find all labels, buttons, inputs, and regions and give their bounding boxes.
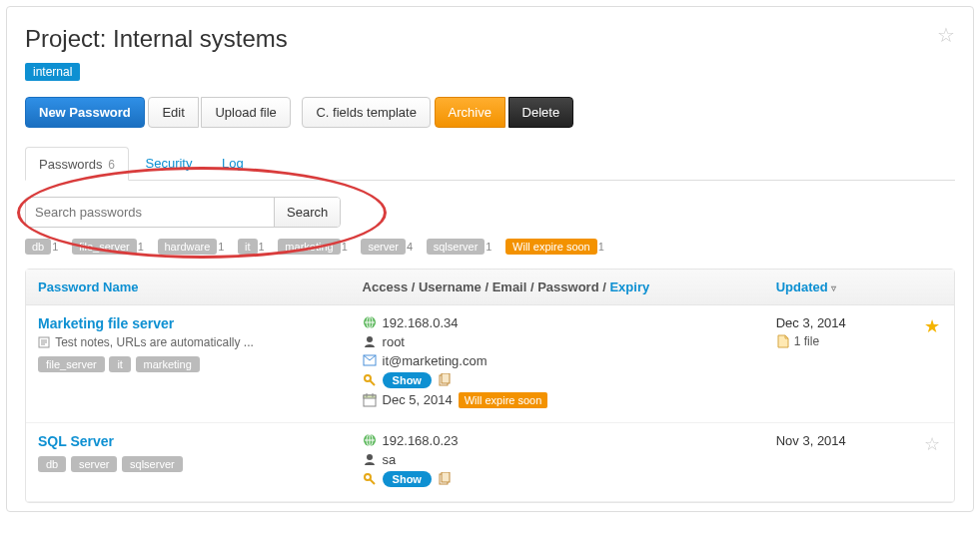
new-password-button[interactable]: New Password — [25, 97, 145, 128]
file-attachment[interactable]: 1 file — [776, 334, 819, 348]
filter-tag-row: db1 file_server1 hardware1 it1 marketing… — [25, 238, 955, 269]
filter-tag[interactable]: sqlserver — [427, 239, 486, 255]
filter-tag[interactable]: marketing — [278, 239, 340, 255]
username-value: root — [383, 334, 405, 349]
filter-count: 4 — [407, 241, 413, 253]
custom-fields-template-button[interactable]: C. fields template — [302, 97, 430, 128]
filter-count: 1 — [138, 241, 144, 253]
username-value: sa — [383, 452, 397, 467]
filter-count: 1 — [52, 241, 58, 253]
row-tag[interactable]: db — [38, 456, 66, 472]
col-updated[interactable]: Updated ▿ — [776, 279, 837, 294]
filter-tag[interactable]: it — [238, 239, 258, 255]
archive-button[interactable]: Archive — [435, 97, 505, 128]
tab-log[interactable]: Log — [209, 147, 257, 179]
key-icon — [363, 472, 377, 486]
favorite-project-star-icon[interactable]: ☆ — [937, 23, 955, 47]
user-icon — [363, 452, 377, 466]
filter-count: 1 — [486, 241, 491, 253]
svg-rect-22 — [442, 472, 450, 482]
expire-soon-badge: Will expire soon — [459, 392, 548, 408]
delete-button[interactable]: Delete — [508, 97, 574, 128]
row-tag[interactable]: it — [109, 356, 131, 372]
row-tag[interactable]: sqlserver — [122, 456, 183, 472]
svg-line-20 — [370, 479, 375, 484]
filter-tag[interactable]: file_server — [72, 239, 137, 255]
show-password-button[interactable]: Show — [383, 372, 432, 388]
password-name-link[interactable]: Marketing file server — [38, 315, 174, 331]
filter-tag-expire[interactable]: Will expire soon — [505, 239, 597, 255]
svg-rect-13 — [364, 395, 376, 398]
row-tag[interactable]: server — [71, 456, 118, 472]
globe-icon — [363, 433, 377, 447]
tabs: Passwords 6 Security Log — [25, 146, 955, 181]
search-input[interactable] — [26, 198, 274, 227]
upload-file-button[interactable]: Upload file — [201, 97, 290, 128]
project-tag[interactable]: internal — [25, 63, 80, 81]
filter-count: 1 — [342, 241, 348, 253]
toolbar: New Password Edit Upload file C. fields … — [25, 97, 955, 128]
col-expiry-link[interactable]: Expiry — [609, 279, 649, 294]
page-title: Project: Internal systems — [25, 25, 955, 53]
filter-tag[interactable]: db — [25, 239, 51, 255]
filter-tag[interactable]: server — [361, 239, 406, 255]
password-name-link[interactable]: SQL Server — [38, 433, 114, 449]
svg-point-18 — [367, 454, 373, 460]
password-note: Test notes, URLs are automatically ... — [38, 335, 339, 349]
email-value: it@marketing.com — [383, 353, 488, 368]
copy-icon[interactable] — [438, 472, 452, 486]
table-row: SQL Server db server sqlserver 192.168.0… — [26, 423, 954, 502]
edit-button[interactable]: Edit — [148, 97, 198, 128]
tab-passwords-label: Passwords — [39, 157, 103, 172]
file-icon — [776, 334, 790, 348]
filter-count: 1 — [598, 241, 604, 253]
row-tag[interactable]: marketing — [136, 356, 200, 372]
svg-line-9 — [370, 380, 375, 385]
access-value: 192.168.0.34 — [383, 315, 459, 330]
search-area: Search — [25, 181, 955, 238]
updated-value: Nov 3, 2014 — [776, 433, 898, 448]
tab-passwords[interactable]: Passwords 6 — [25, 147, 129, 181]
tab-security[interactable]: Security — [133, 147, 206, 179]
filter-count: 1 — [218, 241, 224, 253]
col-password-name[interactable]: Password Name — [38, 279, 138, 294]
show-password-button[interactable]: Show — [383, 471, 432, 487]
key-icon — [363, 373, 377, 387]
search-button[interactable]: Search — [274, 198, 340, 227]
sort-desc-icon: ▿ — [831, 282, 836, 293]
row-tag[interactable]: file_server — [38, 356, 105, 372]
updated-value: Dec 3, 2014 — [776, 315, 898, 330]
calendar-icon — [363, 393, 377, 407]
expiry-date: Dec 5, 2014 — [383, 392, 453, 407]
access-value: 192.168.0.23 — [383, 433, 459, 448]
filter-tag[interactable]: hardware — [158, 239, 218, 255]
col-details: Access / Username / Email / Password / E… — [351, 270, 764, 305]
filter-count: 1 — [259, 241, 265, 253]
svg-point-6 — [367, 336, 373, 342]
favorite-star-icon[interactable]: ★ — [909, 305, 954, 423]
favorite-star-icon[interactable]: ☆ — [909, 423, 954, 502]
email-icon — [363, 354, 377, 366]
note-icon — [38, 336, 50, 348]
passwords-table: Password Name Access / Username / Email … — [25, 269, 955, 503]
project-card: Project: Internal systems ☆ internal New… — [6, 6, 974, 512]
tab-passwords-count: 6 — [108, 158, 115, 172]
user-icon — [363, 334, 377, 348]
table-row: Marketing file server Test notes, URLs a… — [26, 305, 954, 423]
globe-icon — [363, 315, 377, 329]
svg-rect-11 — [442, 373, 450, 383]
copy-icon[interactable] — [438, 373, 452, 387]
